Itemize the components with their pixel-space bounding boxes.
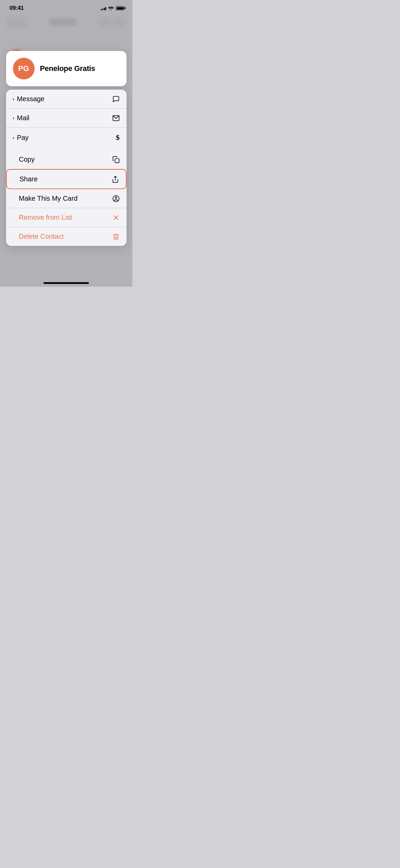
status-icons [101, 6, 125, 10]
menu-group-actions: › Message › Mail › [6, 90, 127, 147]
share-icon [112, 176, 119, 183]
contact-card: PG Penelope Gratis [6, 51, 127, 86]
contact-name: Penelope Gratis [40, 64, 95, 73]
person-circle-icon [112, 195, 120, 202]
menu-item-pay[interactable]: › Pay $ [6, 128, 127, 147]
x-icon [112, 214, 120, 221]
menu-item-make-my-card[interactable]: Make This My Card [6, 189, 127, 208]
context-menu: › Message › Mail › [6, 90, 127, 246]
pay-label: Pay [17, 134, 28, 142]
message-label: Message [17, 95, 44, 103]
share-label: Share [20, 175, 38, 183]
copy-label: Copy [19, 156, 35, 163]
menu-item-delete[interactable]: Delete Contact [6, 227, 127, 246]
menu-group-more: Copy Share Make This My [6, 150, 127, 246]
dollar-icon: $ [116, 133, 120, 142]
make-my-card-label: Make This My Card [19, 195, 78, 202]
trash-icon [112, 233, 120, 240]
message-icon [112, 95, 120, 103]
status-time: 09:41 [9, 5, 24, 12]
delete-label: Delete Contact [19, 233, 64, 240]
contact-avatar: PG [13, 58, 35, 79]
menu-separator [6, 147, 127, 150]
status-bar: 09:41 [0, 0, 132, 14]
chevron-right-icon: › [13, 115, 14, 121]
signal-icon [101, 6, 107, 10]
remove-label: Remove from List [19, 214, 72, 221]
svg-rect-1 [115, 159, 119, 163]
svg-point-4 [115, 197, 117, 199]
home-indicator [43, 282, 89, 284]
menu-item-copy[interactable]: Copy [6, 150, 127, 169]
menu-item-remove[interactable]: Remove from List [6, 208, 127, 227]
menu-item-share[interactable]: Share [6, 169, 127, 189]
wifi-icon [108, 6, 114, 10]
menu-item-mail[interactable]: › Mail [6, 109, 127, 128]
main-content: 09:41 PG Penelope Gratis [0, 0, 132, 287]
battery-icon [116, 6, 124, 10]
chevron-right-icon: › [13, 135, 14, 140]
mail-label: Mail [17, 114, 30, 122]
copy-icon [112, 156, 120, 163]
chevron-right-icon: › [13, 96, 14, 102]
menu-item-message[interactable]: › Message [6, 90, 127, 109]
mail-icon [112, 114, 120, 122]
